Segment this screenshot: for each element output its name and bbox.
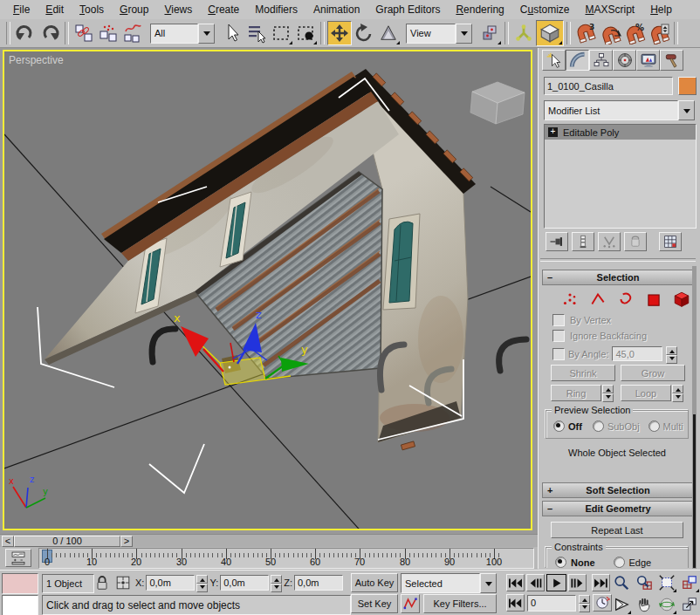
expand-icon[interactable]: + <box>548 127 558 137</box>
preview-multi-radio[interactable] <box>649 420 660 432</box>
zoom-extents-all-button[interactable] <box>679 572 700 593</box>
selection-lock-button[interactable] <box>93 574 111 591</box>
zoom-extents-button[interactable] <box>656 572 677 593</box>
collapse-icon[interactable]: – <box>547 503 552 514</box>
y-coord-spinner[interactable] <box>271 575 282 591</box>
shrink-button[interactable]: Shrink <box>551 365 615 381</box>
menu-customize[interactable]: Customize <box>512 2 578 17</box>
menu-rendering[interactable]: Rendering <box>448 2 511 17</box>
track-bar-ruler[interactable]: 0 10 20 30 40 50 60 70 80 90 100 <box>38 548 534 569</box>
select-and-rotate-button[interactable] <box>352 21 376 45</box>
maxscript-mini-listener-pink[interactable] <box>2 573 38 594</box>
menu-group[interactable]: Group <box>112 2 156 17</box>
select-by-name-button[interactable] <box>244 21 269 45</box>
select-and-manipulate-button[interactable] <box>511 21 536 45</box>
snaps-toggle-button[interactable] <box>536 20 564 46</box>
make-unique-button[interactable] <box>598 232 621 251</box>
redo-button[interactable] <box>38 21 62 45</box>
tab-hierarchy[interactable] <box>589 50 613 71</box>
mini-curve-editor-button[interactable] <box>5 549 31 567</box>
ring-spinner[interactable] <box>602 385 614 401</box>
panel-scrollbar[interactable] <box>692 266 697 569</box>
by-angle-field[interactable] <box>612 346 662 361</box>
x-coord-spinner[interactable] <box>196 575 208 591</box>
tab-display[interactable] <box>636 50 660 71</box>
viewport-canvas[interactable]: x z y <box>4 51 531 529</box>
tab-modify[interactable] <box>566 50 589 71</box>
set-key-button[interactable]: Set Key <box>351 594 398 613</box>
use-pivot-center-button[interactable] <box>477 21 502 45</box>
percent-snap-button[interactable]: % <box>622 21 647 45</box>
object-name-field[interactable] <box>544 77 673 95</box>
key-filters-button[interactable]: Key Filters... <box>423 594 497 613</box>
reference-coordinate-system-dropdown[interactable]: View <box>406 24 472 43</box>
building-model[interactable] <box>45 69 476 450</box>
show-end-result-button[interactable] <box>572 232 594 251</box>
loop-button[interactable]: Loop <box>621 385 671 401</box>
chevron-down-icon[interactable] <box>198 24 215 44</box>
absolute-offset-toggle-button[interactable] <box>114 574 132 591</box>
time-configuration-button[interactable] <box>593 594 612 612</box>
min-max-toggle-button[interactable] <box>679 594 700 615</box>
selection-filter-dropdown[interactable]: All <box>150 24 215 43</box>
modifier-stack[interactable]: + Editable Poly <box>544 124 697 229</box>
loop-spinner[interactable] <box>672 385 683 401</box>
previous-frame-button[interactable] <box>526 574 545 591</box>
tab-utilities[interactable] <box>660 50 683 71</box>
time-slider-handle[interactable]: 0 / 100 <box>14 536 120 547</box>
menu-create[interactable]: Create <box>200 2 247 17</box>
zoom-all-button[interactable] <box>634 572 655 593</box>
stack-item-editable-poly[interactable]: + Editable Poly <box>545 125 696 140</box>
arc-rotate-button[interactable] <box>656 594 677 615</box>
tab-motion[interactable] <box>613 50 636 71</box>
key-mode-toggle-button[interactable] <box>506 594 525 612</box>
preview-off-radio[interactable] <box>553 420 565 432</box>
repeat-last-button[interactable]: Repeat Last <box>551 522 683 538</box>
by-angle-checkbox[interactable] <box>552 348 565 360</box>
border-icon[interactable] <box>617 290 635 308</box>
window-crossing-button[interactable] <box>293 21 318 45</box>
menu-tools[interactable]: Tools <box>72 2 112 17</box>
menu-views[interactable]: Views <box>156 2 200 17</box>
viewport-label[interactable]: Perspective <box>9 54 64 66</box>
menu-animation[interactable]: Animation <box>305 2 367 17</box>
remove-modifier-button[interactable] <box>624 232 647 251</box>
select-and-link-button[interactable] <box>72 21 96 45</box>
menu-help[interactable]: Help <box>642 2 680 17</box>
vertex-icon[interactable] <box>561 290 579 308</box>
ignore-backfacing-checkbox[interactable] <box>552 330 565 342</box>
gizmo-xy-plane[interactable] <box>220 358 265 385</box>
grow-button[interactable]: Grow <box>621 365 685 381</box>
soft-selection-rollout-header[interactable]: + Soft Selection <box>542 482 694 498</box>
chevron-down-icon[interactable] <box>456 24 472 44</box>
menu-file[interactable]: File <box>5 2 38 17</box>
snap-3d-button[interactable]: 3 <box>573 21 598 45</box>
select-and-move-button[interactable] <box>327 21 352 45</box>
object-color-swatch[interactable] <box>678 77 697 95</box>
polygon-icon[interactable] <box>645 290 662 308</box>
element-icon[interactable] <box>673 290 690 308</box>
preview-subobj-radio[interactable] <box>593 420 604 432</box>
by-angle-spinner[interactable] <box>666 346 677 361</box>
dummy-helper-cube[interactable] <box>470 82 525 124</box>
select-object-button[interactable] <box>220 21 244 45</box>
scrollbar-thumb[interactable] <box>693 414 696 568</box>
edge-icon[interactable] <box>589 290 607 308</box>
selection-rollout-header[interactable]: – Selection <box>542 270 694 285</box>
go-to-start-button[interactable] <box>506 574 525 591</box>
collapse-icon[interactable]: – <box>547 272 552 283</box>
frame-spinner[interactable] <box>579 595 590 612</box>
auto-key-button[interactable]: Auto Key <box>351 573 398 592</box>
maxscript-mini-listener-white[interactable] <box>2 595 38 615</box>
constraints-edge-radio[interactable] <box>614 557 625 568</box>
door[interactable] <box>383 214 420 310</box>
perspective-viewport[interactable]: x z y <box>3 50 532 530</box>
modifier-list-dropdown[interactable]: Modifier List <box>544 101 695 120</box>
selection-set-dropdown[interactable]: Selected <box>401 574 497 592</box>
play-button[interactable] <box>546 574 566 591</box>
gizmo-x-axis[interactable]: x <box>174 311 223 372</box>
x-coord-field[interactable] <box>146 575 195 591</box>
by-vertex-checkbox[interactable] <box>552 314 565 326</box>
expand-icon[interactable]: + <box>547 485 552 495</box>
field-of-view-button[interactable] <box>611 594 632 615</box>
